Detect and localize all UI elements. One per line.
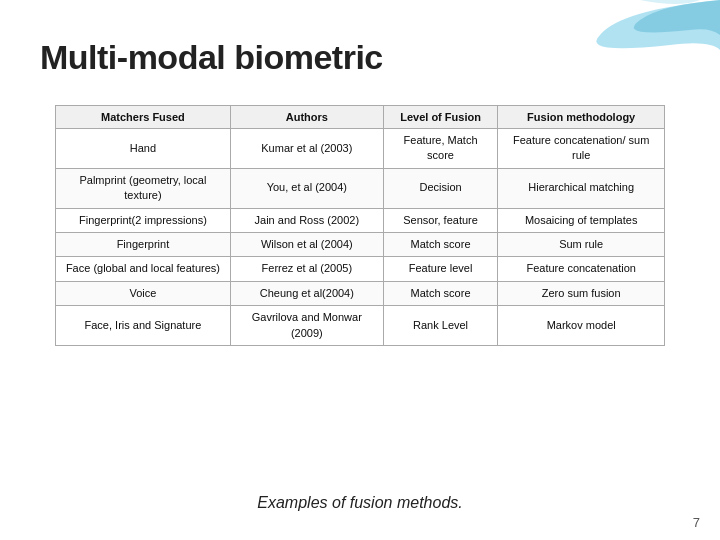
cell-authors: Kumar et al (2003) — [230, 129, 383, 169]
col-methodology-header: Fusion methodology — [498, 106, 665, 129]
cell-methodology: Mosaicing of templates — [498, 208, 665, 232]
cell-level: Decision — [383, 168, 498, 208]
table-caption: Examples of fusion methods. — [0, 494, 720, 512]
cell-authors: Jain and Ross (2002) — [230, 208, 383, 232]
table-container: Matchers Fused Authors Level of Fusion F… — [55, 105, 665, 346]
cell-authors: You, et al (2004) — [230, 168, 383, 208]
cell-level: Sensor, feature — [383, 208, 498, 232]
table-row: VoiceCheung et al(2004)Match scoreZero s… — [56, 281, 665, 305]
cell-matchers: Face (global and local features) — [56, 257, 231, 281]
cell-authors: Cheung et al(2004) — [230, 281, 383, 305]
table-row: HandKumar et al (2003)Feature, Match sco… — [56, 129, 665, 169]
cell-matchers: Fingerprint(2 impressions) — [56, 208, 231, 232]
cell-level: Feature level — [383, 257, 498, 281]
cell-level: Match score — [383, 232, 498, 256]
col-matchers-header: Matchers Fused — [56, 106, 231, 129]
cell-methodology: Feature concatenation — [498, 257, 665, 281]
cell-methodology: Markov model — [498, 306, 665, 346]
table-row: Palmprint (geometry, local texture)You, … — [56, 168, 665, 208]
table-row: Face (global and local features)Ferrez e… — [56, 257, 665, 281]
page-number: 7 — [693, 515, 700, 530]
table-row: Face, Iris and SignatureGavrilova and Mo… — [56, 306, 665, 346]
col-authors-header: Authors — [230, 106, 383, 129]
cell-level: Feature, Match score — [383, 129, 498, 169]
cell-level: Rank Level — [383, 306, 498, 346]
cell-methodology: Zero sum fusion — [498, 281, 665, 305]
col-level-header: Level of Fusion — [383, 106, 498, 129]
wave-decoration — [420, 0, 720, 80]
cell-matchers: Hand — [56, 129, 231, 169]
cell-authors: Gavrilova and Monwar (2009) — [230, 306, 383, 346]
table-row: Fingerprint(2 impressions)Jain and Ross … — [56, 208, 665, 232]
fusion-table: Matchers Fused Authors Level of Fusion F… — [55, 105, 665, 346]
cell-authors: Ferrez et al (2005) — [230, 257, 383, 281]
cell-matchers: Face, Iris and Signature — [56, 306, 231, 346]
cell-level: Match score — [383, 281, 498, 305]
cell-methodology: Hierarchical matching — [498, 168, 665, 208]
cell-matchers: Fingerprint — [56, 232, 231, 256]
table-row: FingerprintWilson et al (2004)Match scor… — [56, 232, 665, 256]
cell-methodology: Feature concatenation/ sum rule — [498, 129, 665, 169]
cell-matchers: Voice — [56, 281, 231, 305]
table-header-row: Matchers Fused Authors Level of Fusion F… — [56, 106, 665, 129]
cell-matchers: Palmprint (geometry, local texture) — [56, 168, 231, 208]
page-title: Multi-modal biometric — [40, 38, 383, 77]
cell-authors: Wilson et al (2004) — [230, 232, 383, 256]
cell-methodology: Sum rule — [498, 232, 665, 256]
